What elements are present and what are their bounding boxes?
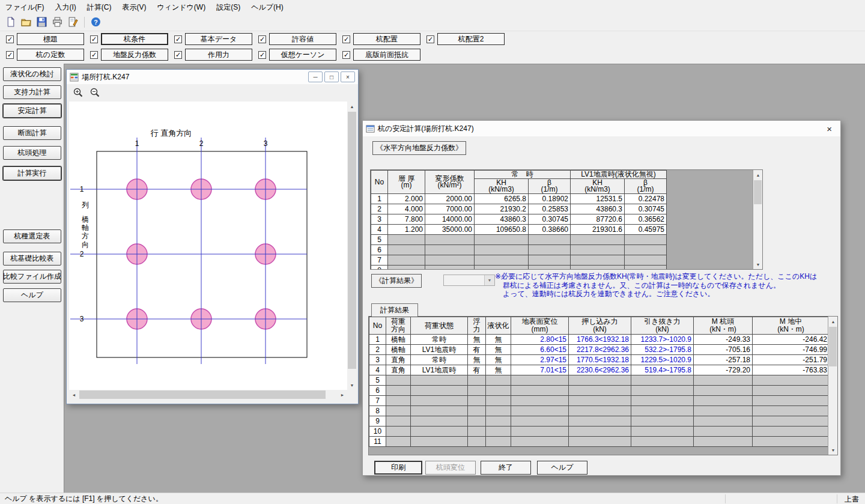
kh-data-cell[interactable]: 1.200 [388, 225, 425, 235]
section-button[interactable]: 作用力 [185, 49, 252, 61]
sidebar-button[interactable]: 断面計算 [3, 126, 61, 140]
pile-layout-titlebar[interactable]: 場所打杭.K247 ─ □ × [67, 70, 358, 84]
result-dropdown[interactable]: ▼ [443, 275, 495, 286]
kh-data-cell[interactable] [388, 266, 425, 270]
checkbox[interactable]: ✓ [6, 35, 14, 43]
kh-data-cell[interactable]: 219301.6 [571, 225, 625, 235]
sidebar-button[interactable]: 杭基礎比較表 [3, 252, 61, 266]
sidebar-button[interactable]: 杭種選定表 [3, 229, 61, 243]
kh-data-cell[interactable]: 12531.5 [571, 194, 625, 204]
section-button[interactable]: 杭配置2 [437, 33, 505, 45]
print-button[interactable]: 印刷 [374, 461, 422, 475]
kh-data-cell[interactable] [625, 245, 667, 255]
scroll-down-icon[interactable]: ▼ [753, 260, 763, 269]
canvas-horizontal-scrollbar[interactable]: ◄ ► [69, 390, 347, 399]
tab-calc-result[interactable]: 計算結果 [371, 303, 418, 317]
canvas-vertical-scrollbar[interactable]: ▲ ▼ [347, 102, 357, 390]
kh-data-cell[interactable] [529, 235, 571, 245]
checkbox[interactable]: ✓ [342, 51, 350, 59]
kh-data-cell[interactable]: 0.45975 [625, 225, 667, 235]
scroll-thumb[interactable] [348, 112, 356, 369]
kh-data-cell[interactable]: 2.000 [388, 194, 425, 204]
exit-button[interactable]: 終了 [481, 461, 531, 475]
print-icon[interactable] [50, 15, 64, 29]
menu-item[interactable]: 計算(C) [82, 0, 117, 13]
sidebar-button[interactable]: 杭頭処理 [3, 146, 61, 160]
kh-data-cell[interactable] [388, 235, 425, 245]
kh-data-cell[interactable] [571, 235, 625, 245]
edit-icon[interactable] [66, 15, 80, 29]
maximize-icon[interactable]: □ [324, 71, 339, 82]
kh-data-cell[interactable] [571, 266, 625, 270]
scroll-thumb[interactable] [754, 180, 762, 204]
kh-data-cell[interactable] [625, 235, 667, 245]
checkbox[interactable]: ✓ [90, 35, 98, 43]
section-button[interactable]: 許容値 [269, 33, 336, 45]
help-button[interactable]: ヘルプ [537, 461, 587, 475]
kh-data-cell[interactable] [529, 266, 571, 270]
kh-data-cell[interactable] [475, 245, 529, 255]
checkbox[interactable]: ✓ [6, 51, 14, 59]
kh-data-cell[interactable]: 14000.00 [425, 214, 475, 225]
kh-data-cell[interactable]: 7.800 [388, 214, 425, 225]
menu-item[interactable]: ヘルプ(H) [246, 0, 289, 13]
sidebar-button[interactable]: 支持力計算 [3, 85, 61, 99]
menu-item[interactable]: 入力(I) [49, 0, 81, 13]
kh-data-cell[interactable] [475, 235, 529, 245]
sidebar-button[interactable]: 比較ファイル作成 [3, 270, 61, 284]
section-button[interactable]: 杭の定数 [17, 49, 84, 61]
kh-data-cell[interactable]: 0.30745 [625, 204, 667, 214]
kh-data-cell[interactable]: 0.22478 [625, 194, 667, 204]
save-icon[interactable] [35, 15, 49, 29]
checkbox[interactable]: ✓ [342, 35, 350, 43]
scroll-down-icon[interactable]: ▼ [347, 380, 357, 390]
checkbox[interactable]: ✓ [174, 35, 182, 43]
kh-data-cell[interactable] [571, 255, 625, 266]
kh-data-cell[interactable] [388, 245, 425, 255]
help-icon[interactable]: ? [89, 15, 103, 29]
sidebar-button[interactable]: 安定計算 [3, 104, 61, 118]
section-button[interactable]: 杭条件 [101, 33, 168, 45]
scroll-thumb[interactable] [79, 390, 326, 399]
checkbox[interactable]: ✓ [174, 51, 182, 59]
kh-data-cell[interactable]: 87720.6 [571, 214, 625, 225]
sidebar-button[interactable]: 計算実行 [3, 166, 61, 180]
kh-data-cell[interactable]: 0.38660 [529, 225, 571, 235]
kh-data-cell[interactable] [425, 266, 475, 270]
stability-titlebar[interactable]: 杭の安定計算(場所打杭.K247) × [363, 121, 840, 136]
kh-data-cell[interactable]: 0.25853 [529, 204, 571, 214]
kh-data-cell[interactable]: 6265.8 [475, 194, 529, 204]
close-icon[interactable]: × [827, 124, 832, 134]
scroll-right-icon[interactable]: ► [338, 390, 347, 399]
kh-data-cell[interactable]: 21930.2 [475, 204, 529, 214]
kh-data-cell[interactable]: 109650.8 [475, 225, 529, 235]
kh-data-cell[interactable] [529, 245, 571, 255]
sidebar-button[interactable]: ヘルプ [3, 288, 61, 302]
result-table-scrollbar[interactable]: ▲ ▼ [828, 317, 837, 455]
kh-data-cell[interactable]: 0.30745 [529, 214, 571, 225]
kh-data-cell[interactable]: 35000.00 [425, 225, 475, 235]
section-button[interactable]: 仮想ケーソン [269, 49, 336, 61]
section-button[interactable]: 地盤反力係数 [101, 49, 168, 61]
kh-data-cell[interactable] [571, 245, 625, 255]
kh-data-cell[interactable] [625, 266, 667, 270]
kh-data-cell[interactable] [425, 255, 475, 266]
kh-data-cell[interactable] [475, 255, 529, 266]
menu-item[interactable]: 表示(V) [117, 0, 151, 13]
menu-item[interactable]: 設定(S) [211, 0, 246, 13]
zoom-in-icon[interactable] [71, 86, 85, 100]
section-button[interactable]: 杭配置 [353, 33, 420, 45]
menu-item[interactable]: ファイル(F) [0, 0, 49, 13]
checkbox[interactable]: ✓ [426, 35, 434, 43]
minimize-icon[interactable]: ─ [308, 71, 323, 82]
checkbox[interactable]: ✓ [258, 35, 266, 43]
kh-data-cell[interactable]: 0.36562 [625, 214, 667, 225]
section-button[interactable]: 底版前面抵抗 [353, 49, 420, 61]
scroll-left-icon[interactable]: ◄ [69, 390, 79, 399]
kh-data-cell[interactable] [388, 255, 425, 266]
kh-data-cell[interactable]: 7000.00 [425, 204, 475, 214]
kh-data-cell[interactable]: 43860.3 [475, 214, 529, 225]
kh-data-cell[interactable]: 4.000 [388, 204, 425, 214]
menu-item[interactable]: ウィンドウ(W) [151, 0, 211, 13]
kh-data-cell[interactable] [425, 245, 475, 255]
